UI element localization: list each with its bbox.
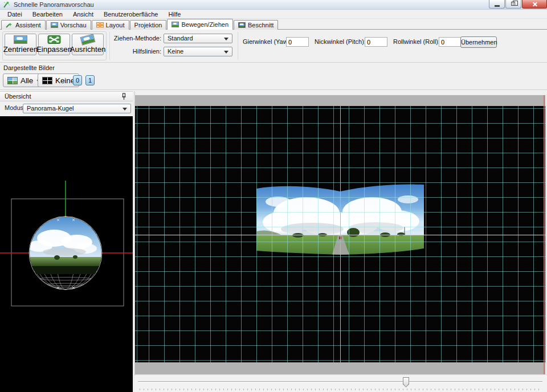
menu-bearbeiten[interactable]: Bearbeiten	[27, 10, 68, 18]
image-toggle-0[interactable]: 0	[73, 75, 82, 85]
mode-label: Modus:	[5, 104, 25, 111]
window-title: Schnelle Panoramavorschau	[14, 1, 94, 8]
yaw-slider-thumb[interactable]	[403, 377, 409, 387]
close-button[interactable]	[522, 0, 547, 9]
panorama-canvas[interactable]	[135, 94, 547, 375]
restore-button[interactable]	[505, 0, 521, 9]
tab-label: Projektion	[134, 22, 162, 28]
out-of-bounds-band-top	[135, 95, 547, 106]
none-label: Keine	[55, 76, 75, 85]
layout-grid-icon	[96, 22, 104, 28]
tab-bewegen-ziehen[interactable]: Bewegen/Ziehen	[167, 19, 233, 30]
tab-label: Assistent	[15, 22, 41, 28]
overview-header: Übersicht	[0, 91, 133, 101]
overview-title: Übersicht	[5, 93, 31, 100]
no-images-icon	[42, 77, 52, 84]
center-meridian-line	[340, 106, 341, 362]
center-label: Zentrieren	[3, 45, 38, 54]
tab-label: Bewegen/Ziehen	[181, 21, 228, 28]
out-of-bounds-band-bottom	[135, 362, 547, 374]
overview-sphere-view[interactable]	[0, 116, 133, 392]
tab-label: Layout	[106, 22, 125, 28]
canvas-bottom-edge	[135, 374, 547, 375]
drag-mode-label: Ziehen-Methode:	[112, 34, 161, 43]
boundary-line-180	[544, 95, 545, 374]
toolbar-separator	[109, 32, 110, 60]
minimize-button[interactable]	[489, 0, 505, 9]
title-bar[interactable]: Schnelle Panoramavorschau	[0, 0, 547, 10]
guides-value: Keine	[168, 48, 183, 55]
fit-icon	[47, 35, 61, 44]
assistant-wand-icon	[6, 22, 13, 28]
yaw-slider-track[interactable]	[138, 381, 542, 382]
yaw-label: Gierwinkel (Yaw):	[243, 37, 291, 47]
slider-tick-marks	[140, 389, 541, 390]
drag-mode-value: Standard	[168, 35, 193, 42]
sphere-preview	[0, 116, 133, 392]
displayed-images-title: Dargestellte Bilder	[3, 64, 55, 71]
pitch-label: Nickwinkel (Pitch):	[315, 37, 366, 47]
apply-button[interactable]: Übernehmen	[460, 36, 497, 48]
hugin-app-icon	[3, 1, 10, 9]
drag-mode-select[interactable]: Standard	[164, 34, 232, 43]
guides-label: Hilfslinien:	[112, 47, 161, 56]
mode-value: Panorama-Kugel	[27, 105, 74, 112]
roll-input[interactable]	[439, 37, 462, 47]
yaw-slider-bar	[134, 375, 547, 392]
fit-button[interactable]: Einpassen	[38, 34, 70, 55]
chevron-down-icon	[224, 51, 228, 54]
tab-projektion[interactable]: Projektion	[130, 20, 167, 30]
menu-bar: Datei Bearbeiten Ansicht Benutzeroberflä…	[0, 10, 547, 19]
minimize-icon	[495, 5, 500, 7]
landscape-crop-icon	[238, 22, 246, 28]
chevron-down-icon	[224, 38, 228, 40]
projection-grid	[135, 106, 547, 362]
pin-icon[interactable]	[121, 93, 127, 100]
restore-icon	[511, 2, 515, 6]
straighten-button[interactable]: Ausrichten	[72, 34, 104, 55]
tab-vorschau[interactable]: Vorschau	[46, 20, 91, 30]
center-icon	[14, 35, 27, 44]
menu-hilfe[interactable]: Hilfe	[163, 10, 186, 18]
close-icon	[532, 2, 537, 7]
horizon-line	[135, 235, 547, 235]
tab-label: Vorschau	[60, 22, 87, 28]
menu-datei[interactable]: Datei	[2, 10, 27, 18]
tab-assistent[interactable]: Assistent	[1, 20, 46, 30]
displayed-images-section: Dargestellte Bilder Alle ▼ Keine 0 1	[0, 63, 547, 90]
guides-select[interactable]: Keine	[164, 47, 232, 56]
all-label: Alle	[21, 76, 33, 85]
all-images-icon	[7, 77, 18, 84]
menu-benutzeroberflaeche[interactable]: Benutzeroberfläche	[99, 10, 163, 18]
drag-toolbar: Zentrieren Einpassen Ausrichten Ziehen-M…	[0, 30, 547, 63]
yaw-input[interactable]	[286, 37, 309, 47]
menu-ansicht[interactable]: Ansicht	[68, 10, 99, 18]
panorama-field	[135, 106, 547, 362]
tab-bar: Assistent Vorschau Layout Projektion	[0, 19, 547, 30]
tab-label: Beschnitt	[248, 22, 274, 28]
center-button[interactable]: Zentrieren	[5, 34, 36, 55]
landscape-icon	[51, 22, 58, 28]
pitch-input[interactable]	[365, 37, 387, 47]
landscape-move-icon	[172, 22, 179, 27]
tab-beschnitt[interactable]: Beschnitt	[234, 20, 278, 30]
app-window: Schnelle Panoramavorschau Datei Bearbeit…	[0, 0, 547, 392]
chevron-down-icon	[123, 108, 127, 111]
roll-label: Rollwinkel (Roll):	[393, 37, 440, 47]
image-toggle-1[interactable]: 1	[85, 75, 95, 85]
straighten-icon	[80, 34, 96, 45]
sphere-image-band	[27, 217, 103, 274]
fit-label: Einpassen	[36, 45, 72, 54]
tab-layout[interactable]: Layout	[92, 20, 129, 30]
overview-mode-row: Modus: Panorama-Kugel	[0, 102, 133, 116]
straighten-label: Ausrichten	[70, 45, 106, 54]
mode-select[interactable]: Panorama-Kugel	[23, 104, 131, 113]
toolbar-separator	[238, 32, 238, 60]
